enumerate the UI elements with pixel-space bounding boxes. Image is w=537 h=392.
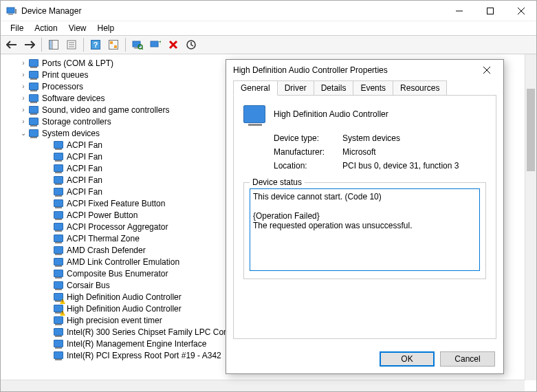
svg-line-22 bbox=[142, 48, 143, 50]
scrollbar-thumb[interactable] bbox=[527, 89, 535, 171]
menu-help[interactable]: Help bbox=[92, 22, 120, 34]
menu-file[interactable]: File bbox=[5, 22, 29, 34]
toolbar-separator bbox=[41, 38, 42, 52]
tab-resources[interactable]: Resources bbox=[393, 80, 447, 95]
device-category-icon bbox=[53, 315, 64, 326]
window-title: Device Manager bbox=[21, 6, 81, 16]
tree-item-label: High precision event timer bbox=[65, 316, 162, 325]
tree-item-label: ACPI Thermal Zone bbox=[65, 234, 140, 243]
svg-rect-18 bbox=[114, 45, 117, 48]
tree-item-label: Print queues bbox=[41, 70, 88, 80]
expand-icon[interactable]: › bbox=[19, 94, 28, 102]
horizontal-scrollbar[interactable] bbox=[1, 380, 525, 391]
tree-item-label: ACPI Fan bbox=[65, 152, 102, 162]
tree-item-label: Intel(R) 300 Series Chipset Family LPC C… bbox=[65, 327, 249, 337]
tree-item-label: High Definition Audio Controller bbox=[65, 304, 182, 314]
minimize-button[interactable] bbox=[443, 1, 474, 21]
help-button[interactable]: ? bbox=[87, 37, 104, 52]
dialog-titlebar[interactable]: High Definition Audio Controller Propert… bbox=[226, 60, 503, 80]
device-category-icon bbox=[53, 327, 64, 338]
tree-item-label: Storage controllers bbox=[41, 117, 111, 127]
vertical-scrollbar[interactable] bbox=[525, 54, 536, 380]
ok-button[interactable]: OK bbox=[380, 351, 435, 367]
expand-icon[interactable]: ⌄ bbox=[19, 129, 28, 137]
device-category-icon bbox=[53, 198, 64, 209]
tree-item-label: Software devices bbox=[41, 94, 105, 103]
expand-icon[interactable]: › bbox=[19, 106, 28, 113]
device-category-icon bbox=[28, 128, 39, 139]
device-category-icon bbox=[53, 303, 64, 314]
show-hidden-button[interactable] bbox=[105, 37, 122, 52]
svg-text:?: ? bbox=[94, 41, 98, 49]
menu-action[interactable]: Action bbox=[29, 22, 63, 34]
back-button[interactable] bbox=[3, 37, 20, 52]
forward-button[interactable] bbox=[21, 37, 38, 52]
device-status-group: Device status bbox=[243, 182, 486, 279]
device-category-icon bbox=[53, 140, 64, 151]
tab-general[interactable]: General bbox=[233, 80, 278, 96]
device-status-text[interactable] bbox=[250, 188, 480, 271]
add-legacy-hardware-button[interactable]: + bbox=[147, 37, 164, 52]
tree-item-label: ACPI Processor Aggregator bbox=[65, 222, 168, 232]
expand-icon[interactable]: › bbox=[19, 71, 28, 78]
tab-events[interactable]: Events bbox=[353, 80, 393, 95]
menu-view[interactable]: View bbox=[63, 22, 92, 34]
device-category-icon bbox=[53, 233, 64, 244]
device-category-icon bbox=[53, 292, 64, 303]
device-type-value: System devices bbox=[342, 133, 400, 143]
location-label: Location: bbox=[274, 161, 342, 171]
toolbar-separator bbox=[83, 38, 84, 52]
scan-hardware-button[interactable] bbox=[129, 37, 146, 52]
tree-item-label: Ports (COM & LPT) bbox=[41, 58, 113, 68]
tree-item-label: Corsair Bus bbox=[65, 281, 110, 290]
titlebar: Device Manager bbox=[1, 1, 536, 21]
device-type-label: Device type: bbox=[274, 133, 342, 143]
tab-driver[interactable]: Driver bbox=[277, 80, 314, 95]
device-category-icon bbox=[28, 81, 39, 92]
dialog-title: High Definition Audio Controller Propert… bbox=[233, 65, 473, 75]
tab-details[interactable]: Details bbox=[314, 80, 354, 95]
expand-icon[interactable]: › bbox=[19, 59, 28, 67]
close-button[interactable] bbox=[505, 1, 536, 21]
properties-button[interactable] bbox=[63, 37, 80, 52]
expand-icon[interactable]: › bbox=[19, 118, 28, 125]
dialog-tabs: General Driver Details Events Resources bbox=[233, 80, 496, 96]
device-category-icon bbox=[28, 93, 39, 104]
show-hide-console-tree-button[interactable] bbox=[45, 37, 62, 52]
tree-item-label: Intel(R) PCI Express Root Port #19 - A34… bbox=[65, 351, 221, 360]
tree-item-label: ACPI Fixed Feature Button bbox=[65, 199, 165, 208]
device-category-icon bbox=[53, 221, 64, 232]
toolbar: ? + bbox=[1, 35, 536, 54]
maximize-button[interactable] bbox=[474, 1, 505, 21]
svg-rect-19 bbox=[133, 41, 140, 47]
cancel-button[interactable]: Cancel bbox=[440, 351, 495, 367]
tree-item-label: Processors bbox=[41, 82, 83, 91]
device-icon bbox=[243, 105, 265, 123]
expand-icon[interactable]: › bbox=[19, 83, 28, 90]
svg-rect-9 bbox=[50, 41, 52, 49]
device-category-icon bbox=[53, 350, 64, 361]
tree-item-label: Sound, video and game controllers bbox=[41, 105, 169, 115]
tree-item-label: ACPI Fan bbox=[65, 175, 102, 185]
tree-item-label: System devices bbox=[41, 129, 100, 138]
device-category-icon bbox=[53, 338, 64, 349]
update-driver-button[interactable] bbox=[183, 37, 199, 52]
device-status-legend: Device status bbox=[250, 177, 305, 187]
device-category-icon bbox=[28, 69, 39, 80]
location-value: PCI bus 0, device 31, function 3 bbox=[342, 161, 459, 171]
tree-item-label: ACPI Fan bbox=[65, 164, 102, 173]
svg-rect-0 bbox=[7, 8, 14, 13]
device-category-icon bbox=[28, 116, 39, 127]
device-category-icon bbox=[53, 163, 64, 174]
svg-rect-4 bbox=[487, 8, 493, 14]
tree-item-label: Composite Bus Enumerator bbox=[65, 269, 168, 279]
dialog-close-button[interactable] bbox=[473, 61, 501, 80]
uninstall-device-button[interactable] bbox=[165, 37, 182, 52]
tree-item-label: AMD Crash Defender bbox=[65, 246, 146, 255]
manufacturer-value: Microsoft bbox=[342, 147, 376, 157]
device-category-icon bbox=[53, 245, 64, 256]
device-name: High Definition Audio Controller bbox=[274, 109, 388, 119]
device-category-icon bbox=[53, 210, 64, 221]
tree-item-label: ACPI Fan bbox=[65, 140, 102, 150]
dialog-button-row: OK Cancel bbox=[226, 346, 503, 373]
